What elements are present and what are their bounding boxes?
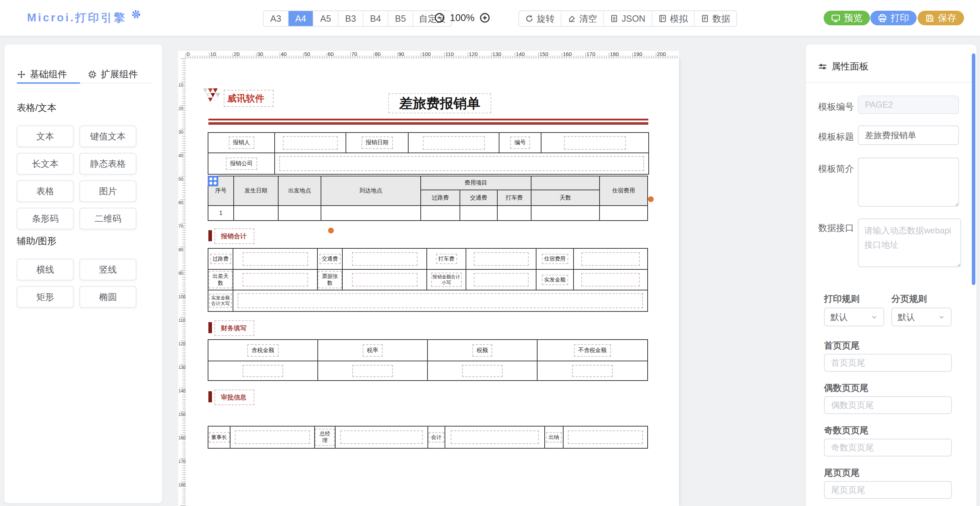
input-taxi-total[interactable] bbox=[474, 252, 529, 266]
preview-button[interactable]: 预览 bbox=[824, 11, 870, 25]
label-cashier[interactable]: 出纳 bbox=[546, 432, 562, 442]
label-paid-amount[interactable]: 实发金额 bbox=[542, 275, 568, 285]
paper-size-b3[interactable]: B3 bbox=[339, 11, 363, 26]
input-amount-upper[interactable] bbox=[238, 293, 643, 308]
component-long-text[interactable]: 长文本 bbox=[17, 153, 74, 175]
input-amount-lower[interactable] bbox=[474, 273, 529, 286]
paper-size-a3[interactable]: A3 bbox=[264, 11, 288, 26]
label-amount-lower[interactable]: 报销金额合计小写 bbox=[431, 273, 462, 287]
label-company[interactable]: 报销公司 bbox=[226, 158, 257, 170]
label-code[interactable]: 编号 bbox=[510, 137, 530, 149]
component-image[interactable]: 图片 bbox=[80, 180, 137, 202]
paper-size-a5[interactable]: A5 bbox=[313, 11, 339, 26]
anchor-dot[interactable] bbox=[328, 228, 334, 233]
col-taxi[interactable]: 打车费 bbox=[497, 190, 531, 205]
brand-text-box[interactable]: 威讯软件 bbox=[224, 90, 274, 107]
input-tax-excl[interactable] bbox=[572, 365, 613, 377]
component-barcode[interactable]: 条形码 bbox=[17, 208, 74, 229]
summary-table[interactable]: 过路费 交通费 打车费 住宿费用 出差天数 票据张数 报销金额合计小写 实发金额… bbox=[208, 248, 648, 312]
input-paid-amount[interactable] bbox=[581, 273, 640, 286]
component-static-table[interactable]: 静态表格 bbox=[80, 153, 137, 175]
info-table[interactable]: 报销人 报销日期 编号 报销公司 bbox=[208, 132, 649, 175]
data-button[interactable]: 数据 bbox=[695, 11, 737, 26]
panel-scrollbar-thumb[interactable] bbox=[972, 53, 975, 285]
paper-size-b4[interactable]: B4 bbox=[363, 11, 388, 26]
page-rule-select[interactable]: 默认 bbox=[891, 307, 951, 326]
label-trip-days[interactable]: 出差天数 bbox=[208, 271, 232, 288]
input-chairman[interactable] bbox=[235, 430, 310, 444]
input-applicant[interactable] bbox=[283, 136, 338, 150]
component-ellipse[interactable]: 椭圆 bbox=[80, 286, 137, 308]
gear-icon[interactable] bbox=[131, 9, 142, 20]
input-tax-rate[interactable] bbox=[352, 365, 393, 377]
section-finance[interactable]: 财务填写 bbox=[208, 320, 255, 336]
label-chairman[interactable]: 董事长 bbox=[209, 432, 230, 442]
label-receipt-count[interactable]: 票据张数 bbox=[318, 271, 342, 288]
brand-logo-mark[interactable] bbox=[203, 88, 224, 106]
paper-size-b5[interactable]: B5 bbox=[388, 11, 413, 26]
rotate-button[interactable]: 旋转 bbox=[519, 11, 562, 26]
clear-button[interactable]: 清空 bbox=[562, 11, 604, 26]
mock-button[interactable]: 模拟 bbox=[652, 11, 695, 26]
paper-size-a4[interactable]: A4 bbox=[288, 11, 313, 26]
input-hotel-total[interactable] bbox=[581, 252, 640, 266]
input-transport-total[interactable] bbox=[352, 252, 417, 266]
label-transport-total[interactable]: 交通费 bbox=[320, 254, 340, 264]
data-api-textarea[interactable] bbox=[858, 218, 961, 267]
print-rule-select[interactable]: 默认 bbox=[824, 307, 884, 326]
zoom-in-icon[interactable] bbox=[479, 12, 490, 24]
divider-line-thick[interactable] bbox=[208, 122, 648, 125]
col-arrive[interactable]: 到达地点 bbox=[321, 176, 421, 205]
label-applicant[interactable]: 报销人 bbox=[229, 137, 255, 149]
cell-row1-seq[interactable]: 1 bbox=[208, 205, 234, 221]
last-page-footer-input[interactable] bbox=[824, 481, 952, 499]
label-taxi-total[interactable]: 打车费 bbox=[436, 254, 457, 264]
template-title-input[interactable] bbox=[858, 126, 959, 145]
label-tax-excl[interactable]: 不含税金额 bbox=[574, 344, 611, 357]
anchor-dot[interactable] bbox=[648, 196, 654, 202]
json-button[interactable]: JSON bbox=[604, 11, 652, 26]
col-depart[interactable]: 出发地点 bbox=[278, 176, 321, 205]
label-tax-rate[interactable]: 税率 bbox=[363, 344, 383, 357]
design-page[interactable]: 威讯软件 差旅费报销单 报销人 报销日期 编号 报销公司 序号 发生日期 出发地… bbox=[186, 59, 679, 506]
section-approval[interactable]: 审批信息 bbox=[208, 390, 255, 405]
input-tax-incl[interactable] bbox=[243, 365, 283, 377]
col-days[interactable]: 天数 bbox=[531, 190, 600, 205]
component-text[interactable]: 文本 bbox=[17, 126, 74, 147]
component-hline[interactable]: 横线 bbox=[17, 259, 74, 280]
col-occur-date[interactable]: 发生日期 bbox=[234, 176, 278, 205]
label-amount-upper[interactable]: 实发金额合计大写 bbox=[209, 294, 232, 308]
section-summary[interactable]: 报销合计 bbox=[208, 228, 255, 244]
input-company[interactable] bbox=[279, 156, 644, 171]
divider-line-thin[interactable] bbox=[208, 119, 648, 121]
col-transport[interactable]: 交通费 bbox=[460, 190, 497, 205]
label-hotel-total[interactable]: 住宿费用 bbox=[542, 254, 568, 264]
save-button[interactable]: 保存 bbox=[918, 11, 964, 25]
template-code-input[interactable] bbox=[858, 95, 959, 114]
input-gm[interactable] bbox=[340, 430, 423, 444]
label-accountant[interactable]: 会计 bbox=[428, 432, 444, 442]
component-rect[interactable]: 矩形 bbox=[17, 286, 74, 308]
input-receipt-count[interactable] bbox=[352, 273, 417, 286]
template-title-box[interactable]: 差旅费报销单 bbox=[388, 93, 491, 113]
input-claim-date[interactable] bbox=[423, 136, 485, 150]
input-trip-days[interactable] bbox=[243, 273, 308, 286]
col-hotel[interactable]: 住宿费用 bbox=[600, 176, 648, 205]
tab-basic-components[interactable]: 基础组件 bbox=[17, 66, 67, 83]
zoom-out-icon[interactable] bbox=[434, 12, 445, 24]
label-tax-incl[interactable]: 含税金额 bbox=[247, 344, 278, 357]
label-tax-amount[interactable]: 税额 bbox=[473, 344, 492, 357]
component-qrcode[interactable]: 二维码 bbox=[80, 208, 137, 229]
finance-table[interactable]: 含税金额 税率 税额 不含税金额 bbox=[208, 339, 648, 381]
table-drag-handle[interactable] bbox=[208, 176, 218, 186]
tab-extended-components[interactable]: 扩展组件 bbox=[88, 66, 138, 83]
odd-page-footer-input[interactable] bbox=[824, 439, 952, 457]
first-page-footer-input[interactable] bbox=[824, 354, 952, 372]
label-toll-total[interactable]: 过路费 bbox=[210, 254, 231, 264]
print-button[interactable]: 打印 bbox=[870, 11, 916, 25]
component-key-value-text[interactable]: 键值文本 bbox=[80, 126, 137, 147]
input-accountant[interactable] bbox=[451, 430, 539, 444]
col-toll[interactable]: 过路费 bbox=[421, 190, 460, 205]
input-code[interactable] bbox=[564, 136, 626, 150]
col-expense-group[interactable]: 费用项目 bbox=[421, 176, 531, 190]
